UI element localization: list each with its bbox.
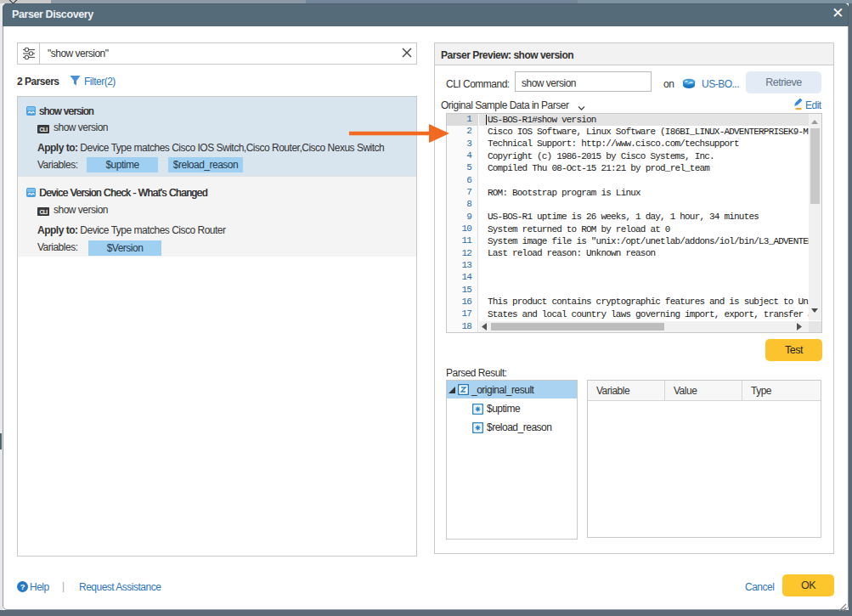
svg-text:?: ? [20,582,25,591]
svg-text:CLI: CLI [40,127,48,133]
svg-text:CLI: CLI [40,209,48,215]
